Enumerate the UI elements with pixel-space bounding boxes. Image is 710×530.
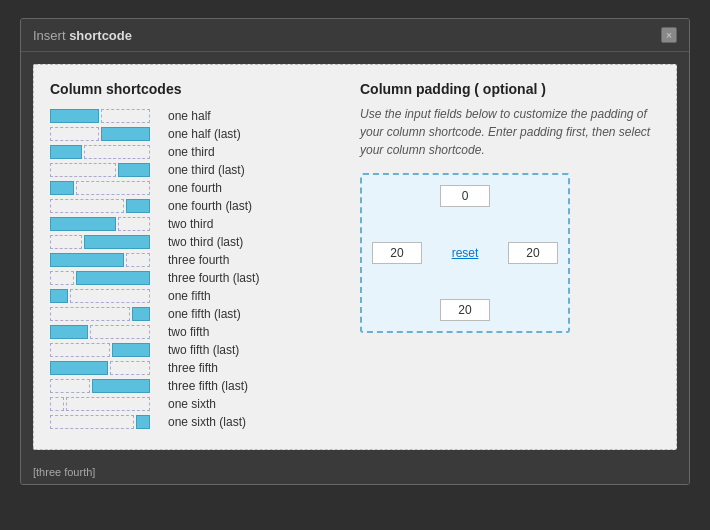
item-label: one fifth [168,289,211,303]
dotted-block [50,235,82,249]
solid-block [50,145,82,159]
list-item[interactable]: three fourth [50,253,340,267]
reset-button[interactable]: reset [452,246,479,260]
solid-block [50,217,116,231]
list-item[interactable]: two fifth (last) [50,343,340,357]
list-item[interactable]: one fourth (last) [50,199,340,213]
item-label: one third (last) [168,163,245,177]
item-label: two fifth (last) [168,343,239,357]
dotted-block [50,415,134,429]
list-item[interactable]: two third (last) [50,235,340,249]
solid-block [84,235,150,249]
dotted-block [66,397,150,411]
icon-one-third-last [50,163,160,177]
item-label: three fifth [168,361,218,375]
item-label: one fourth [168,181,222,195]
padding-bottom-input[interactable] [440,299,490,321]
item-label: one fourth (last) [168,199,252,213]
padding-top-input[interactable] [440,185,490,207]
padding-left-input[interactable] [372,242,422,264]
dotted-block [50,163,116,177]
solid-block [50,325,88,339]
dotted-block [76,181,150,195]
modal-dialog: Insert shortcode × Column shortcodes one… [20,18,690,485]
list-item[interactable]: one sixth (last) [50,415,340,429]
modal-close-button[interactable]: × [661,27,677,43]
padding-right-input[interactable] [508,242,558,264]
left-column: Column shortcodes one half [50,81,340,433]
dotted-block [50,127,99,141]
icon-three-fifth [50,361,160,375]
bottom-bar: [three fourth] [21,462,689,484]
list-item[interactable]: one fourth [50,181,340,195]
dotted-block [50,307,130,321]
bottom-bar-text: [three fourth] [33,466,95,478]
list-item[interactable]: one half [50,109,340,123]
list-item[interactable]: two third [50,217,340,231]
item-label: three fifth (last) [168,379,248,393]
modal-title-highlight: shortcode [69,28,132,43]
left-section-title: Column shortcodes [50,81,340,97]
solid-block [50,181,74,195]
list-item[interactable]: two fifth [50,325,340,339]
solid-block [50,109,99,123]
dotted-block [50,379,90,393]
item-label: one half (last) [168,127,241,141]
item-label: one half [168,109,211,123]
solid-block [132,307,150,321]
list-item[interactable]: one fifth (last) [50,307,340,321]
modal-header: Insert shortcode × [21,19,689,52]
solid-block [92,379,150,393]
item-label: one sixth [168,397,216,411]
solid-block [76,271,150,285]
modal-title-text: Insert [33,28,69,43]
item-label: one fifth (last) [168,307,241,321]
icon-two-fifth [50,325,160,339]
list-item[interactable]: one fifth [50,289,340,303]
list-item[interactable]: three fourth (last) [50,271,340,285]
right-section-title: Column padding ( optional ) [360,81,660,97]
icon-three-fourth [50,253,160,267]
solid-block [126,199,150,213]
list-item[interactable]: one third (last) [50,163,340,177]
dotted-block [50,199,124,213]
dotted-block [50,397,64,411]
item-label: two third [168,217,213,231]
right-column: Column padding ( optional ) Use the inpu… [360,81,660,433]
dotted-block [101,109,150,123]
list-item[interactable]: one third [50,145,340,159]
dotted-block [50,343,110,357]
solid-block [136,415,150,429]
icon-one-half [50,109,160,123]
item-label: one sixth (last) [168,415,246,429]
list-item[interactable]: three fifth [50,361,340,375]
item-label: two fifth [168,325,209,339]
dotted-block [90,325,150,339]
dotted-block [70,289,150,303]
item-label: two third (last) [168,235,243,249]
icon-one-sixth-last [50,415,160,429]
right-description: Use the input fields below to customize … [360,105,660,159]
icon-two-fifth-last [50,343,160,357]
list-item[interactable]: three fifth (last) [50,379,340,393]
solid-block [101,127,150,141]
dotted-block [126,253,150,267]
solid-block [50,253,124,267]
list-item[interactable]: one half (last) [50,127,340,141]
icon-one-fourth-last [50,199,160,213]
dotted-block [110,361,150,375]
icon-one-half-last [50,127,160,141]
icon-three-fourth-last [50,271,160,285]
dotted-block [50,271,74,285]
icon-one-fifth-last [50,307,160,321]
list-item[interactable]: one sixth [50,397,340,411]
padding-box: reset [360,173,570,333]
icon-one-fourth [50,181,160,195]
icon-one-third [50,145,160,159]
modal-body: Column shortcodes one half [33,64,677,450]
solid-block [50,289,68,303]
icon-two-third [50,217,160,231]
icon-one-fifth [50,289,160,303]
solid-block [118,163,150,177]
solid-block [112,343,150,357]
